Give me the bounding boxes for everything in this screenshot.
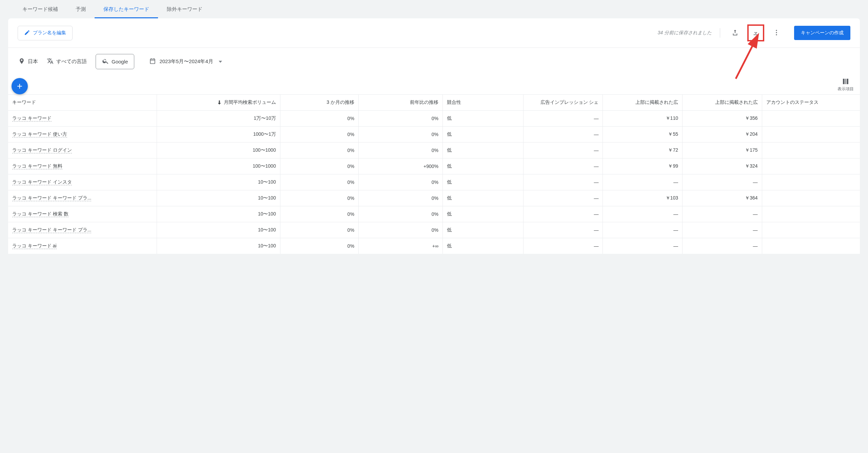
cell-competition: 低 (442, 190, 523, 206)
keyword-table-container: + 表示項目 キーワード (8, 75, 860, 254)
cell-trend-3mo: 0% (280, 127, 358, 143)
table-row[interactable]: ラッコ キーワード 検索 数10〜1000%0%低——— (8, 206, 860, 222)
col-account-status[interactable]: アカウントのステータス (762, 95, 860, 111)
location-icon (18, 58, 25, 65)
chevron-down-icon (219, 61, 222, 63)
cell-bid-high: ￥175 (682, 143, 762, 158)
col-volume[interactable]: 月間平均検索ボリューム (157, 95, 280, 111)
keyword-link[interactable]: ラッコ キーワード ai (12, 243, 57, 249)
columns-toggle-label: 表示項目 (837, 87, 854, 91)
cell-status (762, 143, 860, 158)
cell-bid-low: — (603, 206, 683, 222)
cell-bid-low: ￥55 (603, 127, 683, 143)
cell-volume: 10〜100 (157, 206, 280, 222)
search-icon (102, 58, 109, 65)
keyword-link[interactable]: ラッコ キーワード 無料 (12, 163, 62, 169)
keyword-link[interactable]: ラッコ キーワード キーワード プラ... (12, 195, 91, 201)
cell-volume: 10〜100 (157, 238, 280, 254)
table-header-row: キーワード 月間平均検索ボリューム 3 か月の推移 前年比の推移 競合性 広告イ… (8, 95, 860, 111)
download-button[interactable] (750, 27, 762, 39)
cell-competition: 低 (442, 238, 523, 254)
col-top-bid-low[interactable]: 上部に掲載された広 (603, 95, 683, 111)
col-keyword[interactable]: キーワード (8, 95, 157, 111)
saved-status-text: 34 分前に保存されました (658, 30, 712, 36)
col-ad-impr-share[interactable]: 広告インプレッション シェ (523, 95, 603, 111)
cell-volume: 10〜100 (157, 174, 280, 190)
svg-point-2 (776, 34, 777, 35)
col-top-bid-high[interactable]: 上部に掲載された広 (682, 95, 762, 111)
create-campaign-button[interactable]: キャンペーンの作成 (794, 26, 850, 40)
cell-status (762, 174, 860, 190)
location-filter[interactable]: 日本 (18, 58, 38, 65)
download-highlight (747, 24, 764, 41)
cell-bid-high: ￥324 (682, 158, 762, 174)
tab-saved-keywords[interactable]: 保存したキーワード (95, 0, 158, 18)
cell-ad-impr: — (523, 143, 603, 158)
cell-trend-yoy: 0% (358, 222, 442, 238)
tab-negative-keywords[interactable]: 除外キーワード (158, 0, 211, 18)
add-keyword-fab[interactable]: + (12, 78, 28, 94)
cell-trend-3mo: 0% (280, 143, 358, 158)
table-row[interactable]: ラッコ キーワード1万〜10万0%0%低—￥110￥356 (8, 111, 860, 127)
share-button[interactable] (728, 26, 742, 40)
location-label: 日本 (28, 58, 38, 65)
cell-ad-impr: — (523, 127, 603, 143)
sort-desc-icon (216, 99, 222, 106)
edit-plan-label: プラン名を編集 (33, 30, 66, 36)
table-row[interactable]: ラッコ キーワード 使い方1000〜1万0%0%低—￥55￥204 (8, 127, 860, 143)
more-vert-icon (773, 29, 780, 37)
cell-ad-impr: — (523, 174, 603, 190)
table-row[interactable]: ラッコ キーワード キーワード プラ...10〜1000%0%低——— (8, 222, 860, 238)
more-menu-button[interactable] (770, 26, 783, 40)
col-competition[interactable]: 競合性 (442, 95, 523, 111)
filters-bar: 日本 すべての言語 Google 2023年5月〜2024年4月 (8, 48, 860, 75)
cell-bid-low: — (603, 238, 683, 254)
cell-status (762, 238, 860, 254)
cell-trend-yoy: +900% (358, 158, 442, 174)
tab-forecast[interactable]: 予測 (67, 0, 95, 18)
tab-keyword-ideas[interactable]: キーワード候補 (14, 0, 67, 18)
cell-bid-high: — (682, 174, 762, 190)
cell-ad-impr: — (523, 158, 603, 174)
date-range-filter[interactable]: 2023年5月〜2024年4月 (143, 54, 228, 69)
keyword-link[interactable]: ラッコ キーワード キーワード プラ... (12, 227, 91, 233)
table-row[interactable]: ラッコ キーワード ai10〜1000%+∞低——— (8, 238, 860, 254)
cell-volume: 10〜100 (157, 222, 280, 238)
cell-volume: 100〜1000 (157, 158, 280, 174)
keyword-link[interactable]: ラッコ キーワード (12, 115, 52, 121)
cell-bid-high: — (682, 222, 762, 238)
cell-volume: 100〜1000 (157, 143, 280, 158)
table-row[interactable]: ラッコ キーワード キーワード プラ...10〜1000%0%低—￥103￥36… (8, 190, 860, 206)
keyword-link[interactable]: ラッコ キーワード 検索 数 (12, 211, 68, 217)
table-row[interactable]: ラッコ キーワード 無料100〜10000%+900%低—￥99￥324 (8, 158, 860, 174)
edit-plan-button[interactable]: プラン名を編集 (18, 26, 73, 40)
keyword-link[interactable]: ラッコ キーワード 使い方 (12, 131, 67, 137)
cell-trend-yoy: 0% (358, 190, 442, 206)
network-filter[interactable]: Google (96, 54, 134, 69)
cell-volume: 1万〜10万 (157, 111, 280, 127)
cell-trend-3mo: 0% (280, 174, 358, 190)
cell-competition: 低 (442, 143, 523, 158)
keyword-link[interactable]: ラッコ キーワード ログイン (12, 147, 72, 153)
cell-volume: 10〜100 (157, 190, 280, 206)
cell-trend-yoy: 0% (358, 143, 442, 158)
cell-competition: 低 (442, 111, 523, 127)
cell-status (762, 111, 860, 127)
cell-trend-3mo: 0% (280, 238, 358, 254)
cell-ad-impr: — (523, 222, 603, 238)
cell-status (762, 127, 860, 143)
cell-bid-high: ￥356 (682, 111, 762, 127)
tabs-bar: キーワード候補 予測 保存したキーワード 除外キーワード (0, 0, 868, 18)
keyword-link[interactable]: ラッコ キーワード インスタ (12, 179, 72, 185)
cell-bid-low: ￥99 (603, 158, 683, 174)
cell-competition: 低 (442, 127, 523, 143)
cell-trend-yoy: 0% (358, 206, 442, 222)
col-trend-yoy[interactable]: 前年比の推移 (358, 95, 442, 111)
table-row[interactable]: ラッコ キーワード インスタ10〜1000%0%低——— (8, 174, 860, 190)
columns-toggle-button[interactable]: 表示項目 (837, 77, 854, 92)
cell-trend-3mo: 0% (280, 111, 358, 127)
table-row[interactable]: ラッコ キーワード ログイン100〜10000%0%低—￥72￥175 (8, 143, 860, 158)
date-range-label: 2023年5月〜2024年4月 (159, 58, 213, 65)
col-trend-3mo[interactable]: 3 か月の推移 (280, 95, 358, 111)
language-filter[interactable]: すべての言語 (47, 58, 87, 65)
